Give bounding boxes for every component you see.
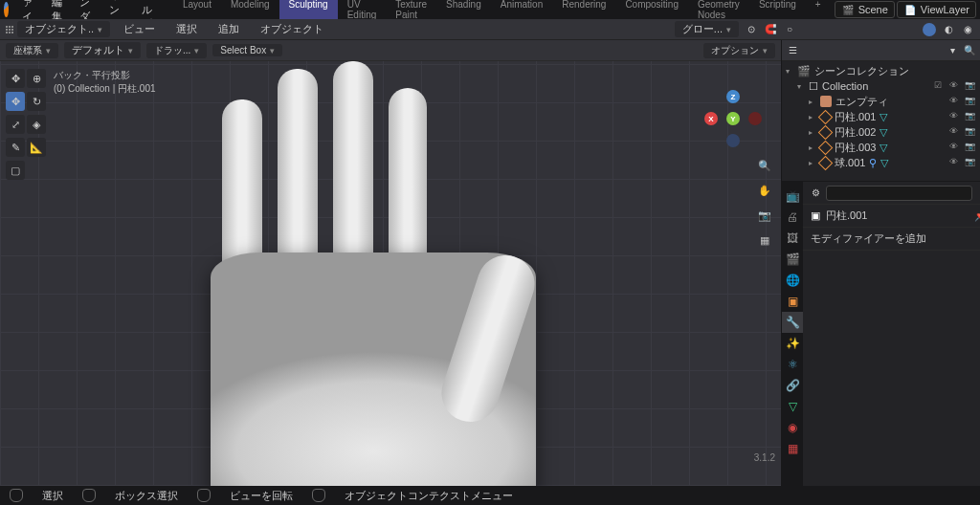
mouse-left-icon [82, 489, 96, 502]
search-icon[interactable]: 🔍 [963, 44, 976, 57]
tree-item[interactable]: ▸円柱.003▽👁📷 [782, 140, 980, 155]
outliner-header: ☰ ▾ 🔍 [782, 40, 980, 61]
version-label: 3.1.2 [754, 452, 775, 463]
mouse-left-icon [10, 489, 23, 502]
tree-item[interactable]: ▸球.001⚲▽👁📷 [782, 155, 980, 170]
gizmo-neg-x[interactable] [748, 112, 762, 125]
ptab-mesh[interactable]: ▽ [782, 396, 803, 417]
tool-tweak[interactable]: ✥ [6, 69, 25, 88]
pin-icon[interactable]: 📌 [974, 209, 980, 222]
properties-tabs: 📺 🖨 🖼 🎬 🌐 ▣ 🔧 ✨ ⚛ 🔗 ▽ ◉ ▦ [782, 182, 803, 486]
gizmo-neg-z[interactable] [726, 134, 740, 147]
status-context: オブジェクトコンテクストメニュー [345, 489, 513, 503]
shading-material-icon[interactable]: ◐ [942, 23, 955, 36]
mode-dropdown[interactable]: オブジェクト.. [17, 21, 110, 37]
pan-icon[interactable]: ✋ [756, 182, 773, 199]
properties-search[interactable] [826, 186, 972, 201]
properties-panel: 📺 🖨 🖼 🎬 🌐 ▣ 🔧 ✨ ⚛ 🔗 ▽ ◉ ▦ ⚙ ▾ [782, 182, 980, 486]
tool-transform[interactable]: ◈ [27, 115, 46, 134]
filter-icon[interactable]: ▾ [946, 44, 959, 57]
add-modifier-dropdown[interactable]: モディファイアーを追加▾ [803, 228, 980, 251]
header-menu-object[interactable]: オブジェクト [253, 20, 331, 38]
ptab-physics[interactable]: ⚛ [782, 354, 803, 375]
toolbar-left: ✥⊕ ✥↻ ⤢◈ ✎📐 ▢ [6, 69, 46, 180]
zoom-icon[interactable]: 🔍 [756, 157, 773, 174]
outliner-icon[interactable]: ☰ [786, 44, 799, 57]
ptab-world[interactable]: 🌐 [782, 270, 803, 291]
viewport-overlay-title: バック・平行投影 [54, 69, 130, 82]
ptab-render[interactable]: 📺 [782, 186, 803, 207]
tree-item[interactable]: ▸円柱.001▽👁📷 [782, 109, 980, 124]
tool-scale[interactable]: ⤢ [6, 115, 25, 134]
shading-rendered-icon[interactable]: ◉ [961, 23, 974, 36]
selectbox-dropdown[interactable]: Select Box [212, 44, 282, 56]
viewlayer-icon: 📄 [903, 3, 917, 16]
editor-type-icon[interactable] [6, 26, 11, 33]
mouse-middle-icon [197, 489, 211, 502]
active-object-row: ▣円柱.001 📌 [803, 205, 980, 228]
proportional-icon[interactable]: ○ [783, 23, 796, 36]
header-menu-view[interactable]: ビュー [116, 20, 163, 38]
tool-move[interactable]: ✥ [6, 92, 25, 111]
camera-icon[interactable]: 📷 [756, 207, 773, 224]
scene-icon: 🎬 [841, 3, 855, 16]
ptab-scene[interactable]: 🎬 [782, 249, 803, 270]
viewport-side-icons: 🔍 ✋ 📷 ▦ [756, 157, 773, 249]
ptab-material[interactable]: ◉ [782, 417, 803, 438]
options-dropdown[interactable]: オプション [703, 43, 775, 58]
tree-item[interactable]: ▸エンプティ👁📷 [782, 94, 980, 109]
viewlayer-name: ViewLayer [921, 4, 969, 15]
navigation-gizmo[interactable]: Z X Y [704, 90, 762, 147]
header-menu-add[interactable]: 追加 [211, 20, 247, 38]
default-dropdown[interactable]: デフォルト [64, 42, 141, 58]
tool-measure[interactable]: 📐 [27, 138, 46, 157]
mouse-right-icon [312, 489, 325, 502]
ptab-object[interactable]: ▣ [782, 291, 803, 312]
ptab-modifiers[interactable]: 🔧 [782, 312, 803, 333]
snap-icon[interactable]: 🧲 [764, 23, 777, 36]
ptab-texture[interactable]: ▦ [782, 438, 803, 459]
ptab-particles[interactable]: ✨ [782, 333, 803, 354]
outliner-tree: ▾🎬シーンコレクション ▾☐Collection☑👁📷 ▸エンプティ👁📷 ▸円柱… [782, 61, 980, 181]
tree-item[interactable]: ▸円柱.002▽👁📷 [782, 124, 980, 140]
outliner-panel: ☰ ▾ 🔍 ▾🎬シーンコレクション ▾☐Collection☑👁📷 ▸エンプティ… [782, 40, 980, 182]
viewport-3d: 座標系 デフォルト ドラッ... Select Box オプション バック・平行… [0, 40, 781, 486]
ptab-output[interactable]: 🖨 [782, 207, 803, 228]
viewlayer-field[interactable]: 📄 ViewLayer [897, 1, 976, 18]
tool-cursor[interactable]: ⊕ [27, 69, 46, 88]
ptab-viewlayer[interactable]: 🖼 [782, 228, 803, 249]
tree-scene-collection[interactable]: ▾🎬シーンコレクション [782, 63, 980, 78]
gizmo-y-axis[interactable]: Y [726, 112, 740, 125]
tool-annotate[interactable]: ✎ [6, 138, 25, 157]
orientation-dropdown[interactable]: グロー... [675, 21, 739, 37]
top-menu-bar: ファイル 編集 レンダー ウィンドウ ヘルプ Layout Modeling S… [0, 0, 980, 19]
status-bar: 選択 ボックス選択 ビューを回転 オブジェクトコンテクストメニュー [0, 486, 980, 505]
props-options-icon[interactable]: ▾ [976, 187, 980, 200]
editor-header: オブジェクト.. ビュー 選択 追加 オブジェクト グロー... ⊙ 🧲 ○ ◐… [0, 19, 980, 40]
viewport-header: 座標系 デフォルト ドラッ... Select Box オプション [0, 40, 781, 61]
status-box-select: ボックス選択 [115, 489, 178, 503]
ptab-constraints[interactable]: 🔗 [782, 375, 803, 396]
orientation-label[interactable]: 座標系 [6, 43, 58, 58]
viewport-overlay-sub: (0) Collection | 円柱.001 [54, 82, 156, 96]
properties-search-row: ⚙ ▾ [803, 182, 980, 205]
scene-field[interactable]: 🎬 Scene [835, 1, 895, 18]
perspective-icon[interactable]: ▦ [756, 231, 773, 249]
viewport-canvas[interactable]: バック・平行投影 (0) Collection | 円柱.001 ✥⊕ ✥↻ ⤢… [0, 61, 781, 486]
gizmo-x-axis[interactable]: X [704, 112, 718, 125]
shading-solid-icon[interactable] [923, 23, 936, 36]
scene-name: Scene [858, 4, 888, 15]
blender-logo-icon [4, 2, 9, 17]
header-menu-select[interactable]: 選択 [168, 20, 205, 38]
drag-dropdown[interactable]: ドラッ... [146, 43, 207, 58]
status-rotate: ビューを回転 [230, 489, 293, 503]
props-editor-icon[interactable]: ⚙ [809, 187, 822, 200]
gizmo-z-axis[interactable]: Z [726, 90, 740, 103]
tree-collection[interactable]: ▾☐Collection☑👁📷 [782, 78, 980, 94]
tool-rotate[interactable]: ↻ [27, 92, 46, 111]
status-select: 選択 [42, 489, 63, 503]
tool-addcube[interactable]: ▢ [6, 161, 25, 180]
pivot-icon[interactable]: ⊙ [745, 23, 758, 36]
